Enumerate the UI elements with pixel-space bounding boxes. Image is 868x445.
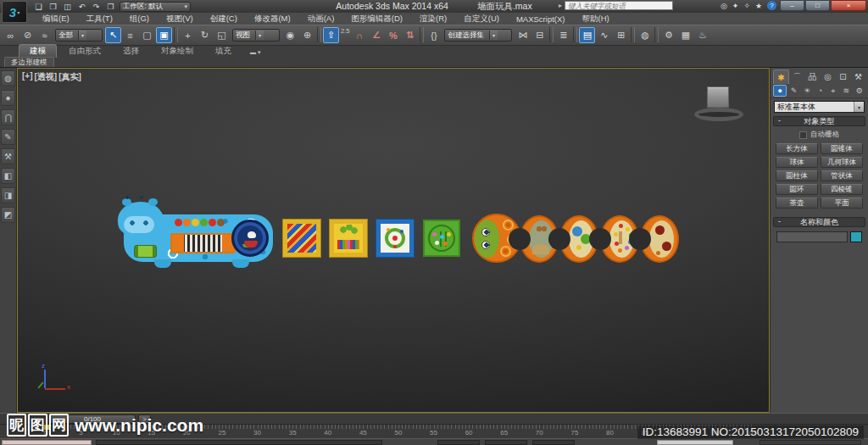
align-icon[interactable]: ⊟ [531,27,548,43]
lights-subtab[interactable]: ☀ [801,85,813,97]
menu-rendering[interactable]: 渲染(R) [411,14,455,25]
utilities-tab[interactable]: ⚒ [851,70,865,84]
cloth-shirt-icon[interactable]: ⋂ [1,109,15,125]
application-menu-button[interactable]: 3▾ [2,1,27,23]
reference-coordinate-dropdown[interactable]: 视图 ▾ [232,29,280,42]
curve-editor-icon[interactable]: ∿ [596,27,612,43]
minimize-button[interactable]: – [780,0,804,11]
torus-button[interactable]: 圆环 [776,184,818,195]
search-binoculars-icon[interactable]: ◎ [721,2,727,10]
modify-tab[interactable]: ⌒ [790,70,804,84]
tab-object-paint[interactable]: 对象绘制 [151,45,203,58]
box-button[interactable]: 长方体 [776,143,818,154]
redo-icon[interactable]: ↷ [90,2,103,12]
open-file-icon[interactable]: ❒ [47,2,59,12]
polygon-modeling-tab[interactable]: 多边形建模 [4,57,54,67]
menu-edit[interactable]: 编辑(E) [34,14,78,25]
name-color-header[interactable]: - 名称和颜色 [773,217,865,227]
menu-maxscript[interactable]: MAXScript(X) [508,14,574,24]
systems-subtab[interactable]: ⚙ [854,85,865,97]
favorites-star-icon[interactable]: ★ [755,2,762,10]
menu-customize[interactable]: 自定义(U) [455,14,508,25]
select-and-link-icon[interactable]: ∞ [3,27,19,43]
pivot-center-icon[interactable]: ◉ [282,27,298,43]
render-setup-icon[interactable]: ⚙ [660,27,676,43]
container-icon[interactable]: ◍ [1,70,15,86]
material-editor-icon[interactable]: ◍ [637,27,653,43]
geometry-subtab[interactable]: ● [773,85,787,97]
wall-toy-caterpillar-segment-4[interactable] [640,215,679,263]
maxscript-mini-listener[interactable] [2,440,92,445]
viewport-menu-view[interactable]: [透视] [35,71,58,83]
select-by-name-icon[interactable]: ≡ [122,27,138,43]
helpers-subtab[interactable]: ⌖ [827,85,839,97]
viewport-menu-plus[interactable]: [+] [22,71,33,83]
modifier-b-icon[interactable]: ◨ [1,187,15,203]
coordinate-z-field[interactable] [532,440,575,445]
sphere-brush-icon[interactable]: ● [1,90,15,106]
motion-tab[interactable]: ◎ [821,70,835,84]
tube-button[interactable]: 管状体 [821,170,863,181]
angle-snap-icon[interactable]: ∠ [368,27,384,43]
wall-toy-square-stripes[interactable] [283,220,320,257]
tab-modeling[interactable]: 建模 [19,44,57,58]
new-scene-icon[interactable]: ❑ [32,2,45,12]
snap-magnet-icon[interactable]: ∩ [351,27,367,43]
named-selection-sets-dropdown[interactable]: 创建选择集 ▾ [444,29,512,42]
close-button[interactable]: × [831,0,866,11]
viewport-menu-shading[interactable]: [真实] [58,71,81,83]
undo-icon[interactable]: ↶ [75,2,88,12]
menu-group[interactable]: 组(G) [121,14,158,25]
search-expand-icon[interactable]: ▸ [559,2,562,9]
render-production-icon[interactable]: ♨ [694,27,710,43]
communication-icon[interactable]: ✧ [743,2,750,10]
cameras-subtab[interactable]: ◔ [814,85,826,97]
wall-toy-square-maze[interactable] [423,220,460,257]
window-crossing-icon[interactable]: ▣ [156,27,172,43]
plane-button[interactable]: 平面 [821,197,863,209]
selection-filter-dropdown[interactable]: 全部 ▾ [55,29,103,42]
hierarchy-tab[interactable]: 品 [805,70,820,84]
unlink-selection-icon[interactable]: ⊘ [19,27,36,43]
tab-freeform[interactable]: 自由形式 [58,45,111,58]
menu-animation[interactable]: 动画(A) [299,14,343,25]
select-move-icon[interactable]: + [180,27,196,43]
cone-button[interactable]: 圆锥体 [821,143,863,154]
ribbon-toggle-icon[interactable]: ▤ [579,27,595,43]
help-icon[interactable]: ? [767,1,776,10]
snaps-toggle-icon[interactable]: ⇧ [323,27,339,43]
bind-to-spacewarp-icon[interactable]: ≈ [36,27,53,43]
coordinate-y-field[interactable] [485,440,527,445]
select-object-icon[interactable]: ↖ [105,27,121,43]
shapes-subtab[interactable]: ✎ [787,85,799,97]
select-rotate-icon[interactable]: ↻ [197,27,213,43]
spacewarps-subtab[interactable]: ≋ [840,85,852,97]
modifier-c-icon[interactable]: ◩ [1,207,15,223]
pyramid-button[interactable]: 四棱锥 [821,184,863,195]
rectangular-selection-icon[interactable]: ▢ [139,27,155,43]
snap-25-label[interactable]: 2.5 [340,27,350,43]
select-scale-icon[interactable]: ◱ [214,27,230,43]
perspective-viewport[interactable]: [+] [透视] [真实] [17,68,770,413]
create-tab[interactable]: ✱ [773,70,789,84]
tab-selection[interactable]: 选择 [113,45,149,58]
select-manipulate-icon[interactable]: ⊕ [299,27,315,43]
paint-brush-icon[interactable]: ✎ [1,129,15,145]
menu-help[interactable]: 帮助(H) [573,14,617,25]
percent-snap-icon[interactable]: % [385,27,401,43]
wall-toy-square-wheel[interactable] [376,220,414,257]
save-file-icon[interactable]: ◫ [61,2,74,12]
edit-selection-sets-icon[interactable]: {} [426,27,442,43]
object-color-swatch[interactable] [850,231,862,242]
menu-modifiers[interactable]: 修改器(M) [246,14,299,25]
object-name-field[interactable] [776,231,848,242]
object-type-header[interactable]: - 对象类型 [773,116,865,126]
bone-tools-icon[interactable]: ⚒ [1,148,15,164]
sphere-button[interactable]: 球体 [776,157,818,168]
menu-create[interactable]: 创建(C) [202,14,246,25]
menu-views[interactable]: 视图(V) [158,14,202,25]
maximize-button[interactable]: □ [805,0,830,11]
teapot-button[interactable]: 茶壶 [776,197,818,209]
wall-toy-square-abacus[interactable] [330,220,367,257]
autogrid-checkbox[interactable] [799,131,807,139]
